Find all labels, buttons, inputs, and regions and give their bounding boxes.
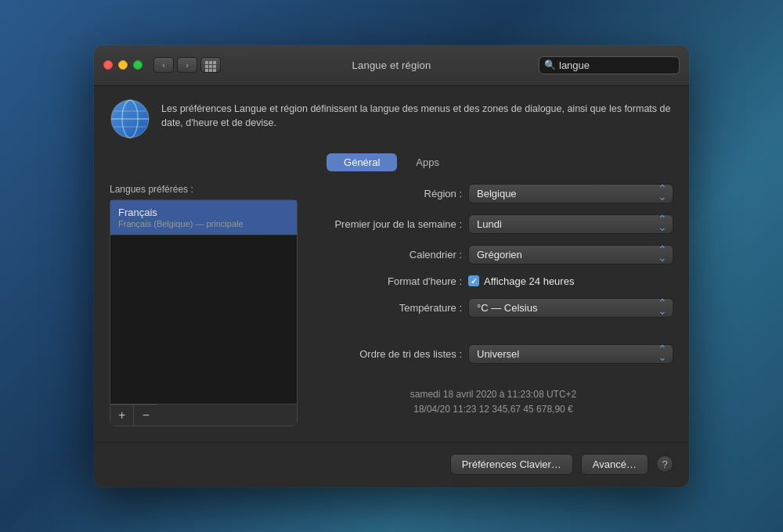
region-select-wrapper: Belgique ⌃⌄	[468, 184, 673, 203]
tab-apps[interactable]: Apps	[399, 153, 456, 171]
language-item-french[interactable]: Français Français (Belgique) — principal…	[110, 200, 297, 235]
lang-list-buttons: + −	[110, 404, 297, 426]
setting-row-temperature: Température : °C — Celsius ⌃⌄	[313, 298, 673, 318]
main-panel: Langues préférées : Français Français (B…	[110, 184, 673, 426]
lang-list-inner: Français Français (Belgique) — principal…	[110, 200, 297, 404]
time-format-checkbox[interactable]: ✓	[468, 275, 479, 286]
grid-dot	[209, 61, 212, 64]
remove-language-button[interactable]: −	[134, 404, 157, 426]
tab-general[interactable]: Général	[327, 153, 397, 171]
close-button[interactable]	[103, 60, 113, 70]
minimize-button[interactable]	[118, 60, 128, 70]
search-box[interactable]: 🔍 ✕	[539, 56, 680, 74]
grid-dot	[205, 65, 208, 68]
tabs-bar: Général Apps	[110, 153, 673, 171]
first-day-select[interactable]: Lundi	[468, 214, 673, 234]
setting-row-first-day: Premier jour de la semaine : Lundi ⌃⌄	[313, 214, 673, 234]
time-format-label: Format d'heure :	[313, 275, 462, 287]
info-description: Les préférences Langue et région définis…	[161, 99, 673, 131]
sort-select-wrapper: Universel ⌃⌄	[468, 344, 673, 364]
maximize-button[interactable]	[133, 60, 143, 70]
time-format-checkbox-label: Affichage 24 heures	[484, 275, 574, 287]
time-format-checkbox-row: ✓ Affichage 24 heures	[468, 275, 574, 287]
grid-dot	[205, 61, 208, 64]
lang-btn-spacer	[157, 404, 297, 426]
lang-name: Français	[118, 207, 289, 218]
calendar-select[interactable]: Grégorien	[468, 245, 673, 264]
grid-dot	[213, 61, 216, 64]
date-preview: samedi 18 avril 2020 à 11:23:08 UTC+2 18…	[313, 379, 673, 417]
back-button[interactable]: ‹	[153, 57, 174, 73]
setting-row-region: Région : Belgique ⌃⌄	[313, 184, 673, 203]
lang-sub: Français (Belgique) — principale	[118, 219, 289, 228]
search-icon: 🔍	[544, 59, 556, 70]
window-title: Langue et région	[352, 59, 431, 71]
first-day-label: Premier jour de la semaine :	[313, 218, 462, 230]
add-language-button[interactable]: +	[110, 404, 134, 426]
search-input[interactable]	[559, 59, 689, 71]
region-select[interactable]: Belgique	[468, 184, 673, 203]
titlebar: ‹ › Langue et région 🔍 ✕	[94, 45, 689, 86]
nav-buttons: ‹ ›	[153, 57, 221, 73]
checkmark-icon: ✓	[471, 277, 477, 286]
preferences-window: ‹ › Langue et région 🔍 ✕	[94, 45, 689, 487]
temperature-select-wrapper: °C — Celsius ⌃⌄	[468, 298, 673, 318]
language-list-section: Langues préférées : Français Français (B…	[110, 184, 298, 426]
setting-row-time-format: Format d'heure : ✓ Affichage 24 heures	[313, 275, 673, 287]
language-list: Français Français (Belgique) — principal…	[110, 200, 298, 426]
region-label: Région :	[313, 188, 462, 200]
calendar-select-wrapper: Grégorien ⌃⌄	[468, 245, 673, 264]
advanced-button[interactable]: Avancé…	[581, 454, 648, 475]
date-preview-line1: samedi 18 avril 2020 à 11:23:08 UTC+2	[313, 387, 673, 402]
grid-dot	[213, 69, 216, 72]
temperature-select[interactable]: °C — Celsius	[468, 298, 673, 318]
calendar-label: Calendrier :	[313, 249, 462, 261]
spacer	[313, 329, 673, 344]
date-preview-line2: 18/04/20 11:23 12 345,67 45 678,90 €	[313, 402, 673, 417]
grid-dot	[205, 69, 208, 72]
forward-button[interactable]: ›	[177, 57, 197, 73]
first-day-select-wrapper: Lundi ⌃⌄	[468, 214, 673, 234]
sort-select[interactable]: Universel	[468, 344, 673, 364]
grid-dot	[213, 65, 216, 68]
keyboard-preferences-button[interactable]: Préférences Clavier…	[450, 454, 573, 475]
setting-row-sort: Ordre de tri des listes : Universel ⌃⌄	[313, 344, 673, 364]
settings-area: Région : Belgique ⌃⌄ Premier jour de la …	[313, 184, 673, 426]
traffic-lights	[103, 60, 143, 70]
globe-icon	[110, 99, 150, 139]
sort-label: Ordre de tri des listes :	[313, 348, 462, 360]
content-area: Les préférences Langue et région définis…	[94, 86, 689, 442]
help-button[interactable]: ?	[656, 455, 673, 473]
setting-row-calendar: Calendrier : Grégorien ⌃⌄	[313, 245, 673, 264]
grid-dot	[209, 69, 212, 72]
lang-list-label: Langues préférées :	[110, 184, 298, 195]
bottom-bar: Préférences Clavier… Avancé… ?	[94, 442, 689, 487]
grid-button[interactable]	[200, 57, 221, 73]
info-banner: Les préférences Langue et région définis…	[110, 99, 673, 139]
temperature-label: Température :	[313, 302, 462, 314]
grid-dot	[209, 65, 212, 68]
